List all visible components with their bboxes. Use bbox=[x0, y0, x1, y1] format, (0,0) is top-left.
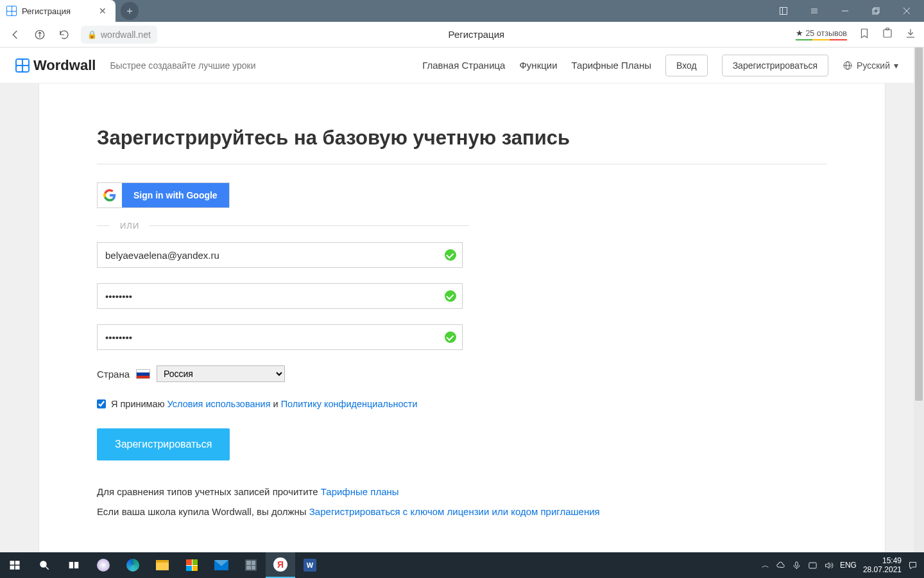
touchpad-icon[interactable] bbox=[808, 561, 817, 570]
tray-clock[interactable]: 15:49 28.07.2021 bbox=[863, 556, 902, 575]
reviews-badge[interactable]: 25 отзывов bbox=[796, 28, 847, 40]
svg-rect-23 bbox=[69, 563, 73, 568]
downloads-icon[interactable] bbox=[905, 28, 916, 42]
nav-features[interactable]: Функции bbox=[519, 60, 557, 71]
url-text: wordwall.net bbox=[101, 30, 151, 40]
taskbar-app-calculator[interactable] bbox=[236, 552, 266, 578]
logo-icon bbox=[15, 58, 30, 73]
back-button[interactable] bbox=[8, 27, 23, 42]
window-close-button[interactable] bbox=[892, 0, 921, 22]
start-button[interactable] bbox=[0, 552, 30, 578]
terms-checkbox[interactable] bbox=[97, 399, 106, 408]
terms-link[interactable]: Условия использования bbox=[167, 399, 271, 409]
tagline: Быстрее создавайте лучшие уроки bbox=[110, 60, 255, 71]
nav-plans[interactable]: Тарифные Планы bbox=[572, 60, 651, 71]
google-signin-button[interactable]: Sign in with Google bbox=[97, 182, 230, 208]
window-minimize-button[interactable] bbox=[830, 0, 860, 22]
submit-button[interactable]: Зарегистрироваться bbox=[97, 428, 230, 460]
svg-rect-19 bbox=[10, 566, 15, 570]
svg-rect-7 bbox=[874, 8, 879, 13]
svg-rect-11 bbox=[884, 30, 891, 37]
or-text: ИЛИ bbox=[120, 221, 139, 231]
taskbar-app-yandex[interactable] bbox=[89, 552, 118, 578]
taskbar-app-word[interactable]: W bbox=[295, 552, 325, 578]
svg-rect-18 bbox=[15, 561, 20, 565]
nav-home[interactable]: Главная Страница bbox=[422, 60, 505, 71]
svg-rect-25 bbox=[796, 561, 798, 566]
taskbar-app-yandex-browser[interactable]: Я bbox=[266, 552, 295, 578]
viewport: Wordwall Быстрее создавайте лучшие уроки… bbox=[0, 48, 924, 552]
site-header: Wordwall Быстрее создавайте лучшие уроки… bbox=[0, 48, 914, 83]
country-label: Страна bbox=[97, 369, 130, 380]
window-menu-icon[interactable] bbox=[800, 0, 829, 22]
school-license-text: Если ваша школа купила Wordwall, вы долж… bbox=[97, 506, 827, 517]
system-tray: ︿ ENG 15:49 28.07.2021 bbox=[755, 556, 924, 575]
privacy-link[interactable]: Политику конфиденциальности bbox=[281, 399, 418, 409]
google-icon bbox=[98, 183, 122, 207]
license-key-link[interactable]: Зарегистрироваться с ключом лицензии или… bbox=[309, 506, 600, 517]
window-maximize-button[interactable] bbox=[861, 0, 891, 22]
microphone-icon[interactable] bbox=[792, 561, 801, 570]
browser-tab[interactable]: Регистрация ✕ bbox=[0, 0, 116, 22]
email-field[interactable] bbox=[97, 242, 463, 268]
svg-rect-20 bbox=[15, 566, 20, 570]
password-field[interactable] bbox=[97, 283, 463, 309]
tray-language[interactable]: ENG bbox=[840, 561, 857, 570]
pricing-plans-link[interactable]: Тарифные планы bbox=[321, 486, 399, 497]
chevron-down-icon: ▾ bbox=[894, 60, 898, 71]
country-select[interactable]: Россия bbox=[157, 365, 285, 382]
tab-close-icon[interactable]: ✕ bbox=[96, 4, 109, 17]
confirm-password-field[interactable] bbox=[97, 324, 463, 350]
compare-accounts-text: Для сравнения типов учетных записей проч… bbox=[97, 486, 827, 497]
taskbar-app-explorer[interactable] bbox=[148, 552, 177, 578]
logo[interactable]: Wordwall bbox=[15, 57, 96, 74]
tray-chevron-up-icon[interactable]: ︿ bbox=[762, 560, 769, 571]
email-field-wrapper bbox=[97, 242, 463, 268]
svg-rect-24 bbox=[75, 563, 78, 568]
login-button[interactable]: Вход bbox=[665, 55, 708, 76]
logo-text: Wordwall bbox=[33, 57, 96, 74]
check-icon bbox=[445, 290, 456, 302]
window-sidebar-icon[interactable] bbox=[769, 0, 798, 22]
reload-button[interactable] bbox=[56, 27, 72, 42]
extensions-icon[interactable] bbox=[882, 28, 893, 42]
divider bbox=[97, 164, 827, 164]
volume-icon[interactable] bbox=[824, 561, 834, 570]
signup-form: Зарегистрируйтесь на базовую учетную зап… bbox=[39, 94, 885, 552]
form-heading: Зарегистрируйтесь на базовую учетную зап… bbox=[97, 127, 827, 150]
window-buttons bbox=[769, 0, 924, 22]
svg-rect-17 bbox=[10, 561, 15, 565]
address-bar[interactable]: 🔒 wordwall.net bbox=[81, 26, 157, 44]
tab-title: Регистрация bbox=[22, 6, 91, 16]
svg-rect-12 bbox=[886, 28, 889, 30]
page-card: Зарегистрируйтесь на базовую учетную зап… bbox=[38, 55, 886, 552]
or-separator: ИЛИ bbox=[97, 221, 469, 231]
search-icon[interactable] bbox=[30, 552, 59, 578]
vertical-scrollbar[interactable] bbox=[914, 48, 924, 552]
terms-row: Я принимаю Условия использования и Полит… bbox=[97, 399, 827, 409]
taskbar-apps: Я W bbox=[89, 552, 325, 578]
russia-flag-icon bbox=[136, 369, 150, 379]
check-icon bbox=[445, 331, 456, 343]
taskbar-app-mail[interactable] bbox=[207, 552, 236, 578]
check-icon bbox=[445, 249, 456, 261]
svg-rect-0 bbox=[780, 8, 787, 15]
signup-button[interactable]: Зарегистрироваться bbox=[722, 55, 828, 76]
window-titlebar: Регистрация ✕ ＋ bbox=[0, 0, 924, 22]
taskbar-app-edge[interactable] bbox=[118, 552, 148, 578]
and-text: и bbox=[273, 399, 278, 409]
onedrive-icon[interactable] bbox=[776, 561, 785, 570]
language-selector[interactable]: Русский ▾ bbox=[843, 60, 898, 71]
svg-line-22 bbox=[46, 566, 49, 570]
bookmark-icon[interactable] bbox=[859, 28, 870, 42]
task-view-icon[interactable] bbox=[59, 552, 89, 578]
google-signin-label: Sign in with Google bbox=[122, 183, 229, 207]
country-row: Страна Россия bbox=[97, 365, 827, 382]
notifications-icon[interactable] bbox=[908, 561, 918, 570]
scrollbar-thumb[interactable] bbox=[915, 48, 923, 401]
yandex-home-button[interactable] bbox=[32, 27, 47, 42]
taskbar-app-store[interactable] bbox=[177, 552, 207, 578]
accept-prefix: Я принимаю bbox=[111, 399, 165, 409]
new-tab-button[interactable]: ＋ bbox=[121, 2, 139, 20]
svg-rect-6 bbox=[873, 9, 878, 14]
